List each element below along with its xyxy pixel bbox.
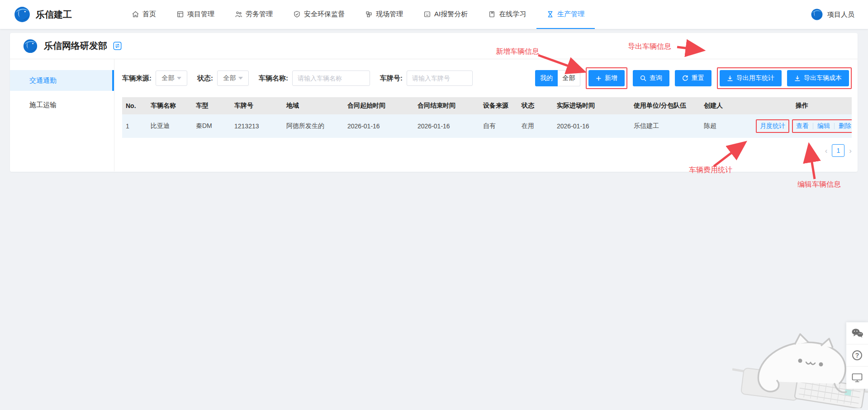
nav-item-ai-alarm[interactable]: AI报警分析 (413, 0, 478, 29)
cell-entry-date: 2026-01-16 (553, 114, 630, 138)
monthly-stats-link[interactable]: 月度统计 (760, 122, 785, 130)
nav-label: 劳务管理 (246, 10, 273, 19)
add-button[interactable]: 新增 (588, 70, 625, 86)
nav-label: 生产管理 (557, 10, 584, 19)
view-link[interactable]: 查看 (796, 122, 809, 130)
col-actions: 操作 (752, 97, 852, 114)
col-no: No. (122, 97, 147, 114)
department-logo-icon (23, 38, 38, 54)
chevron-down-icon (238, 77, 243, 80)
cell-model: 秦DM (192, 114, 231, 138)
cell-unit: 乐信建工 (630, 114, 700, 138)
col-entry-date: 实际进场时间 (553, 97, 630, 114)
monitor-icon (852, 373, 863, 382)
screen-button[interactable] (846, 367, 868, 389)
pagination: ‹ 1 › (122, 144, 852, 157)
export-cost-button[interactable]: 导出车辆成本 (787, 70, 849, 86)
table-header-row: No. 车辆名称 车型 车牌号 地域 合同起始时间 合同结束时间 设备来源 状态… (122, 97, 852, 114)
nav-item-learning[interactable]: 在线学习 (478, 0, 536, 29)
prev-page-button[interactable]: ‹ (825, 147, 828, 155)
card-header: 乐信网络研发部 (10, 33, 858, 59)
annotation-add-vehicle: 新增车辆信息 (496, 47, 539, 57)
export-usage-button[interactable]: 导出用车统计 (720, 70, 782, 86)
sidebar-item-commute[interactable]: 交通通勤 (10, 70, 114, 91)
col-creator: 创建人 (700, 97, 752, 114)
brand-name: 乐信建工 (36, 9, 72, 21)
production-icon (547, 11, 554, 18)
nav-item-labor[interactable]: 劳务管理 (225, 0, 283, 29)
sidebar-item-label: 施工运输 (29, 101, 57, 109)
edit-link[interactable]: 编辑 (817, 122, 830, 130)
help-button[interactable]: ? (846, 344, 868, 367)
switch-project-icon[interactable] (113, 42, 122, 50)
annotation-edit-vehicle: 编辑车辆信息 (797, 180, 841, 189)
plate-input[interactable] (407, 71, 473, 86)
vehicle-source-label: 车辆来源: (122, 74, 152, 83)
project-icon (177, 11, 184, 18)
nav-item-safety[interactable]: 安全环保监督 (283, 0, 355, 29)
brand-logo-icon (14, 6, 31, 23)
home-icon (132, 11, 139, 18)
content-card: 乐信网络研发部 交通通勤 施工运输 车辆来源: 全部 状态: (10, 33, 858, 172)
brand[interactable]: 乐信建工 (14, 6, 72, 23)
learning-icon (489, 11, 495, 18)
nav-item-site[interactable]: 现场管理 (355, 0, 413, 29)
monthly-link-highlight-box: 月度统计 (756, 119, 789, 133)
cell-actions: 月度统计 查看 编辑 删除 (752, 114, 852, 138)
ai-alarm-icon (424, 11, 431, 18)
search-icon (640, 75, 646, 81)
status-select[interactable]: 全部 (217, 71, 249, 86)
sidebar-item-transport[interactable]: 施工运输 (10, 94, 114, 115)
delete-link[interactable]: 删除 (839, 122, 851, 130)
nav-label: AI报警分析 (434, 10, 468, 19)
help-glyph: ? (855, 352, 859, 359)
nav-item-production[interactable]: 生产管理 (536, 0, 595, 29)
vehicle-source-select[interactable]: 全部 (156, 71, 187, 86)
add-button-highlight-box: 新增 (586, 67, 627, 89)
page-title: 乐信网络研发部 (44, 40, 107, 52)
cell-source: 自有 (479, 114, 518, 138)
search-button-label: 查询 (650, 74, 662, 82)
col-vehicle-name: 车辆名称 (147, 97, 192, 114)
nav-item-project[interactable]: 项目管理 (166, 0, 225, 29)
scope-mine-button[interactable]: 我的 (535, 70, 558, 86)
wechat-icon (851, 328, 863, 338)
page-number-button[interactable]: 1 (832, 144, 844, 157)
status-value: 全部 (223, 74, 236, 82)
row-actions-highlight-box: 查看 编辑 删除 (792, 119, 852, 133)
table-row: 1 比亚迪 秦DM 1213213 阿德所发生的 2026-01-16 2026… (122, 114, 852, 138)
scope-all-button[interactable]: 全部 (558, 70, 580, 86)
main-menu: 首页 项目管理 劳务管理 安全环保监督 现场管理 AI报警分析 在线学习 生产 (122, 0, 595, 29)
user-menu[interactable]: 项目人员 (811, 8, 854, 21)
help-icon: ? (852, 350, 862, 360)
plus-icon (596, 75, 602, 81)
vehicle-name-label: 车辆名称: (259, 74, 288, 83)
next-page-button[interactable]: › (849, 147, 852, 155)
nav-label: 项目管理 (187, 10, 214, 19)
download-icon (794, 75, 801, 81)
download-icon (727, 75, 733, 81)
add-button-label: 新增 (605, 74, 617, 82)
search-button[interactable]: 查询 (633, 70, 669, 86)
cell-region: 阿德所发生的 (283, 114, 344, 138)
nav-label: 安全环保监督 (304, 10, 345, 19)
col-plate: 车牌号 (231, 97, 283, 114)
nav-item-home[interactable]: 首页 (122, 0, 166, 29)
safety-shield-icon (294, 11, 300, 18)
wechat-button[interactable] (846, 322, 868, 344)
vehicle-source-value: 全部 (162, 74, 175, 82)
export-cost-label: 导出车辆成本 (804, 74, 842, 82)
divider (834, 123, 835, 129)
cell-no: 1 (122, 114, 147, 138)
main-panel: 车辆来源: 全部 状态: 全部 车辆名称: 车牌号: 我的 全部 (114, 59, 858, 171)
vehicle-table: No. 车辆名称 车型 车牌号 地域 合同起始时间 合同结束时间 设备来源 状态… (122, 97, 852, 138)
user-name: 项目人员 (827, 10, 854, 19)
col-unit: 使用单位/分包队伍 (630, 97, 700, 114)
floating-toolbar: ? (846, 322, 868, 389)
vehicle-name-input[interactable] (292, 71, 370, 86)
col-contract-start: 合同起始时间 (344, 97, 414, 114)
filter-toolbar: 车辆来源: 全部 状态: 全部 车辆名称: 车牌号: 我的 全部 (122, 67, 852, 89)
col-status: 状态 (518, 97, 553, 114)
cell-contract-end: 2026-01-16 (414, 114, 479, 138)
reset-button[interactable]: 重置 (675, 70, 711, 86)
